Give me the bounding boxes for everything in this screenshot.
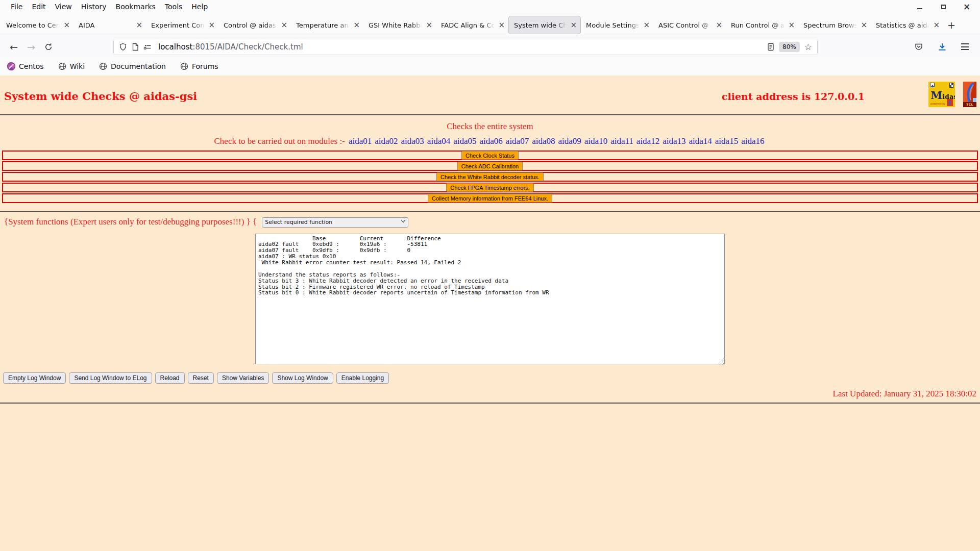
check-clock-status-button[interactable]: Check Clock Status [461,151,519,160]
tab-experiment-control[interactable]: Experiment Contr× [146,16,218,34]
module-link[interactable]: aida15 [715,136,738,146]
zoom-level-badge[interactable]: 80% [779,42,800,52]
check-row: Check Clock Status [2,151,978,160]
tab-system-wide-checks[interactable]: System wide Che× [508,16,581,34]
tab-temperature[interactable]: Temperature and× [291,16,363,34]
reload-button[interactable]: Reload [155,372,185,384]
send-log-to-elog-button[interactable]: Send Log Window to ELog [69,372,152,384]
menu-edit[interactable]: Edit [27,2,50,12]
shield-icon[interactable] [119,43,127,51]
tab-control[interactable]: Control @ aidas-× [218,16,291,34]
menu-file[interactable]: File [6,2,27,12]
module-link[interactable]: aida08 [532,136,555,146]
toolbar-right [914,42,975,52]
tab-close-icon[interactable]: × [279,21,287,29]
module-link[interactable]: aida05 [453,136,476,146]
tab-close-icon[interactable]: × [206,21,215,29]
tab-gsi-white-rabbit[interactable]: GSI White Rabbit× [363,16,436,34]
tab-close-icon[interactable]: × [61,21,70,29]
bookmark-wiki[interactable]: Wiki [58,62,85,70]
tab-spectrum-browser[interactable]: Spectrum Brows× [798,16,871,34]
tab-close-icon[interactable]: × [931,21,940,29]
tab-close-icon[interactable]: × [786,21,795,29]
page-title: System wide Checks @ aidas-gsi [4,90,197,114]
reload-icon[interactable] [40,39,57,55]
module-link[interactable]: aida11 [610,136,633,146]
tab-module-settings[interactable]: Module Settings× [581,16,653,34]
menu-view[interactable]: View [51,2,77,12]
system-functions-label: {System functions (Expert users only for… [4,217,257,227]
minimize-icon[interactable] [916,3,924,11]
check-adc-calibration-button[interactable]: Check ADC Calibration [457,162,523,170]
tab-close-icon[interactable]: × [496,21,505,29]
bookmark-centos[interactable]: Centos [7,62,44,70]
tab-close-icon[interactable]: × [714,21,722,29]
log-window[interactable]: Base Current Difference aida02 fault 0xe… [255,234,725,364]
reset-button[interactable]: Reset [188,372,214,384]
check-row: Check ADC Calibration [2,161,978,171]
menu-help[interactable]: Help [187,2,212,12]
tab-close-icon[interactable]: × [424,21,432,29]
page-subtitle: Checks the entire system [0,121,980,132]
menu-tools[interactable]: Tools [160,2,187,12]
check-fpga-timestamp-button[interactable]: Check FPGA Timestamp errors. [446,183,533,192]
tab-statistics[interactable]: Statistics @ aida× [871,16,943,34]
tcl-logo[interactable]: TCL [963,82,976,107]
menu-history[interactable]: History [77,2,111,12]
module-link[interactable]: aida03 [401,136,424,146]
tab-close-icon[interactable]: × [134,21,142,29]
tab-run-control[interactable]: Run Control @ ai× [726,16,798,34]
tab-close-icon[interactable]: × [351,21,360,29]
tab-close-icon[interactable]: × [568,21,577,29]
download-icon[interactable] [938,43,947,51]
back-icon[interactable]: ← [5,39,22,55]
bookmark-star-icon[interactable]: ☆ [804,42,812,52]
check-white-rabbit-button[interactable]: Check the White Rabbit decoder status. [436,172,544,181]
midas-logo[interactable]: Midas powered by [928,82,955,107]
connection-icon[interactable] [143,44,152,50]
navigation-toolbar: ← → localhost:8015/AIDA/Check/Check.tml … [0,36,980,57]
hamburger-menu-icon[interactable] [961,43,969,50]
module-link[interactable]: aida12 [636,136,659,146]
menu-bookmarks[interactable]: Bookmarks [111,2,160,12]
module-link[interactable]: aida13 [663,136,685,146]
tab-welcome[interactable]: Welcome to Cent× [1,16,74,34]
module-link[interactable]: aida14 [689,136,712,146]
tab-aida[interactable]: AIDA× [74,16,146,34]
module-link[interactable]: aida02 [375,136,398,146]
show-variables-button[interactable]: Show Variables [217,372,270,384]
close-icon[interactable]: × [963,3,971,11]
module-link[interactable]: aida16 [741,136,764,146]
module-link[interactable]: aida06 [480,136,503,146]
module-link[interactable]: aida04 [427,136,450,146]
bookmark-documentation[interactable]: Documentation [99,62,166,70]
tab-close-icon[interactable]: × [641,21,650,29]
check-row: Collect Memory information from FEE64 Li… [2,193,978,203]
new-tab-button[interactable]: + [943,17,960,33]
forward-icon[interactable]: → [22,39,40,55]
maximize-icon[interactable] [939,3,947,11]
modules-label: Check to be carried out on modules :- [214,136,345,146]
url-bar[interactable]: localhost:8015/AIDA/Check/Check.tml 80% … [113,39,818,55]
function-select[interactable]: Select required function [262,217,408,228]
module-link[interactable]: aida10 [584,136,607,146]
pocket-icon[interactable] [914,42,923,52]
reader-view-icon[interactable] [767,43,774,51]
centos-icon [7,62,15,70]
tab-asic-control[interactable]: ASIC Control @ a× [653,16,726,34]
empty-log-window-button[interactable]: Empty Log Window [3,372,66,384]
enable-logging-button[interactable]: Enable Logging [336,372,389,384]
page-icon[interactable] [132,43,139,51]
system-functions-row: {System functions (Expert users only for… [0,212,980,228]
module-link[interactable]: aida07 [506,136,529,146]
show-log-window-button[interactable]: Show Log Window [272,372,333,384]
last-updated: Last Updated: January 31, 2025 18:30:02 [0,389,980,399]
module-link[interactable]: aida09 [558,136,581,146]
bookmarks-toolbar: Centos Wiki Documentation Forums [0,57,980,76]
midas-mini-logo [947,99,953,106]
tab-fadc-align[interactable]: FADC Align & Co× [436,16,508,34]
tab-close-icon[interactable]: × [859,21,867,29]
module-link[interactable]: aida01 [349,136,372,146]
collect-memory-info-button[interactable]: Collect Memory information from FEE64 Li… [428,194,552,203]
bookmark-forums[interactable]: Forums [180,62,218,70]
